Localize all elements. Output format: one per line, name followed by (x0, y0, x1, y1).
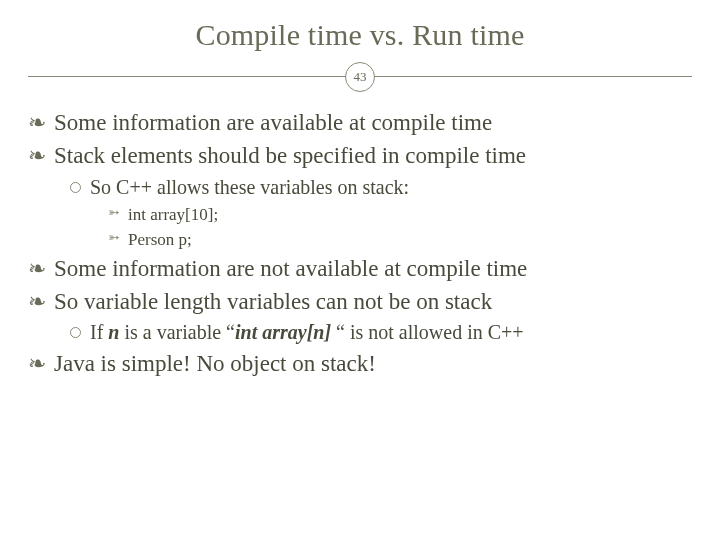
title-rule: 43 (28, 62, 692, 94)
bullet-sublist: So C++ allows these variables on stack: … (66, 174, 692, 252)
bullet-text: int array[10]; (128, 205, 218, 224)
bullet-text: So C++ allows these variables on stack: (90, 176, 409, 198)
bullet-sublist: If n is a variable “int array[n] “ is no… (66, 319, 692, 347)
slide-title: Compile time vs. Run time (28, 18, 692, 52)
bullet-item: Some information are available at compil… (28, 108, 692, 139)
bullet-text: Some information are not available at co… (54, 256, 527, 281)
bullet-subsubitem: Person p; (106, 228, 692, 252)
bullet-item: Stack elements should be specified in co… (28, 141, 692, 252)
page-number: 43 (354, 69, 367, 85)
bullet-text: So variable length variables can not be … (54, 289, 492, 314)
bullet-subsublist: int array[10]; Person p; (106, 203, 692, 252)
bullet-subitem: So C++ allows these variables on stack: … (66, 174, 692, 252)
bullet-subitem: If n is a variable “int array[n] “ is no… (66, 319, 692, 347)
page-number-badge: 43 (345, 62, 375, 92)
bullet-text: Stack elements should be specified in co… (54, 143, 526, 168)
bullet-item: So variable length variables can not be … (28, 287, 692, 347)
bullet-item: Some information are not available at co… (28, 254, 692, 285)
bullet-text-part: is a variable “ (119, 321, 235, 343)
bullet-text: Person p; (128, 230, 192, 249)
bullet-item: Java is simple! No object on stack! (28, 349, 692, 380)
slide: Compile time vs. Run time 43 Some inform… (0, 0, 720, 540)
bullet-text-part: If (90, 321, 108, 343)
bullet-text: Java is simple! No object on stack! (54, 351, 376, 376)
bullet-subsubitem: int array[10]; (106, 203, 692, 227)
bullet-text: Some information are available at compil… (54, 110, 492, 135)
bullet-list: Some information are available at compil… (28, 108, 692, 380)
content-area: Some information are available at compil… (28, 108, 692, 380)
bullet-text-part: “ is not allowed in C++ (331, 321, 524, 343)
bullet-text-em: n (108, 321, 119, 343)
bullet-text-em: int array[n] (235, 321, 331, 343)
